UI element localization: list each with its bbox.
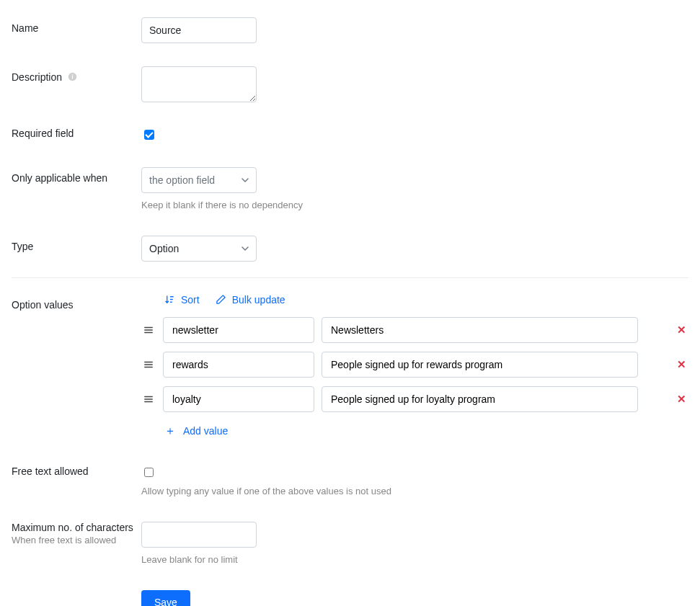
free-text-helper: Allow typing any value if one of the abo… (141, 485, 688, 499)
option-desc-input[interactable] (322, 317, 638, 343)
option-values-list: ✕✕✕ (141, 317, 688, 412)
option-key-input[interactable] (163, 386, 314, 412)
option-key-input[interactable] (163, 317, 314, 343)
drag-handle-icon[interactable] (141, 325, 156, 335)
name-input[interactable] (141, 17, 257, 43)
option-key-input[interactable] (163, 352, 314, 378)
delete-icon[interactable]: ✕ (674, 324, 688, 337)
plus-icon: ＋ (164, 425, 176, 437)
only-when-helper: Keep it blank if there is no dependency (141, 199, 322, 213)
pencil-icon (216, 294, 226, 305)
option-value-row: ✕ (141, 386, 688, 412)
drag-handle-icon[interactable] (141, 394, 156, 404)
delete-icon[interactable]: ✕ (674, 358, 688, 371)
label-only-when: Only applicable when (12, 167, 141, 184)
option-desc-input[interactable] (322, 386, 638, 412)
bulk-update-button[interactable]: Bulk update (216, 294, 285, 306)
option-value-row: ✕ (141, 317, 688, 343)
row-required: Required field (12, 128, 688, 144)
row-option-values: Option values Sort Bulk update (12, 294, 688, 437)
only-when-select[interactable]: the option field (141, 167, 257, 193)
sort-icon (164, 294, 175, 305)
row-type: Type Option (12, 236, 688, 262)
row-only-when: Only applicable when the option field Ke… (12, 167, 688, 213)
max-chars-input[interactable] (141, 522, 257, 548)
info-icon (68, 72, 77, 84)
option-values-toolbar: Sort Bulk update (164, 294, 688, 306)
row-max-chars: Maximum no. of characters When free text… (12, 522, 688, 567)
svg-rect-2 (72, 75, 73, 76)
label-type: Type (12, 236, 141, 252)
svg-rect-1 (72, 76, 73, 79)
free-text-checkbox[interactable] (144, 468, 154, 477)
sort-button[interactable]: Sort (164, 294, 200, 306)
option-desc-input[interactable] (322, 352, 638, 378)
add-value-button[interactable]: ＋ Add value (164, 425, 228, 437)
type-select[interactable]: Option (141, 236, 257, 262)
row-name: Name (12, 17, 688, 43)
chevron-down-icon (242, 245, 249, 252)
divider (12, 277, 688, 278)
delete-icon[interactable]: ✕ (674, 393, 688, 406)
row-description: Description (12, 66, 688, 104)
save-button[interactable]: Save (141, 590, 190, 606)
row-save: Save (12, 590, 688, 606)
label-option-values: Option values (12, 294, 141, 311)
option-value-row: ✕ (141, 352, 688, 378)
max-chars-helper: Leave blank for no limit (141, 553, 688, 567)
label-max-chars: Maximum no. of characters When free text… (12, 522, 141, 545)
chevron-down-icon (242, 177, 249, 184)
row-free-text: Free text allowed Allow typing any value… (12, 465, 688, 499)
label-name: Name (12, 17, 141, 34)
required-checkbox[interactable] (144, 130, 154, 140)
label-description: Description (12, 66, 141, 84)
label-free-text: Free text allowed (12, 465, 141, 477)
label-required: Required field (12, 128, 141, 139)
drag-handle-icon[interactable] (141, 360, 156, 370)
description-input[interactable] (141, 66, 257, 102)
